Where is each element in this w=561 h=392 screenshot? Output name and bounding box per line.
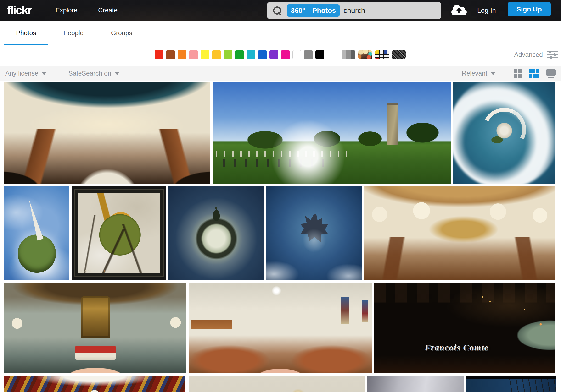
color-filter-blue[interactable] <box>258 50 267 59</box>
photo-little-planet-church-spire[interactable] <box>4 186 69 280</box>
photo-baroque-altar-panorama[interactable] <box>4 282 186 373</box>
sign-up-button[interactable]: Sign Up <box>508 2 551 17</box>
color-filter-black[interactable] <box>315 50 324 59</box>
search-scope-badge[interactable]: 360° Photos <box>287 4 340 17</box>
search-scope-photos: Photos <box>312 7 336 15</box>
photo-watermark: © PINOCHEIU <box>79 269 107 273</box>
photo-little-planet-in-clouds[interactable] <box>453 82 555 184</box>
color-filter-brown[interactable] <box>166 50 175 59</box>
color-filter-row <box>155 50 324 59</box>
color-filter-purple[interactable] <box>270 50 278 59</box>
color-filter-gold[interactable] <box>212 50 221 59</box>
photo-framed-blue-night-trees[interactable] <box>466 376 556 392</box>
upload-arrow-icon <box>456 8 462 10</box>
search-bar[interactable]: 360° Photos church <box>267 2 441 19</box>
style-filter-depth-of-field[interactable] <box>358 50 372 59</box>
color-filter-red[interactable] <box>155 50 163 59</box>
photo-cathedral-interior-teal-ceiling[interactable] <box>4 82 210 184</box>
nav-create[interactable]: Create <box>98 7 118 14</box>
active-tab-underline <box>4 43 48 45</box>
photo-church-interior-frescoes[interactable] <box>364 186 555 280</box>
toolbar-right-group: Relevant <box>462 69 556 78</box>
photo-watermark: Francois Comte <box>425 342 488 352</box>
view-grid-button[interactable] <box>514 69 522 78</box>
tab-people[interactable]: People <box>52 21 95 45</box>
photo-cloudy-gray-panorama[interactable] <box>367 376 464 392</box>
photo-white-ceiling-chandelier[interactable] <box>189 376 365 392</box>
flickr-logo[interactable]: flickr <box>7 3 32 17</box>
photo-night-city-fountain-panorama[interactable]: Francois Comte <box>374 282 555 373</box>
scope-divider <box>309 6 309 15</box>
style-filter-row <box>342 50 406 59</box>
photo-churchyard-graves-sunset[interactable] <box>213 82 451 184</box>
chevron-down-icon <box>491 72 496 75</box>
color-filter-yellow[interactable] <box>201 50 209 59</box>
view-justified-button[interactable] <box>529 69 539 78</box>
color-filter-lime[interactable] <box>224 50 232 59</box>
search-tabs: Photos People Groups <box>0 21 561 45</box>
color-filter-magenta[interactable] <box>281 50 290 59</box>
tab-groups[interactable]: Groups <box>99 21 144 45</box>
nav-explore[interactable]: Explore <box>55 7 77 14</box>
chevron-down-icon <box>42 72 46 75</box>
search-scope-360: 360° <box>291 7 305 15</box>
license-dropdown[interactable]: Any license <box>5 70 46 77</box>
style-filter-minimalist[interactable] <box>375 50 389 59</box>
top-navbar: flickr Explore Create 360° Photos church… <box>0 0 561 21</box>
sort-dropdown[interactable]: Relevant <box>462 70 496 77</box>
advanced-label: Advanced <box>514 51 543 59</box>
view-slideshow-button[interactable] <box>546 69 556 78</box>
sliders-icon <box>547 51 558 59</box>
color-filter-green[interactable] <box>235 50 244 59</box>
color-filter-teal[interactable] <box>247 50 255 59</box>
tab-photos[interactable]: Photos <box>4 21 48 45</box>
license-label: Any license <box>5 70 38 77</box>
color-filter-pink[interactable] <box>189 50 198 59</box>
sort-label: Relevant <box>462 70 487 77</box>
style-filter-pattern[interactable] <box>392 50 406 59</box>
log-in-link[interactable]: Log In <box>477 7 496 14</box>
safesearch-label: SafeSearch on <box>68 70 111 77</box>
advanced-filters[interactable]: Advanced <box>514 50 558 59</box>
chevron-down-icon <box>115 72 119 75</box>
style-filter-blackwhite[interactable] <box>342 50 356 59</box>
photo-framed-little-planet-winter[interactable]: © PINOCHEIU <box>72 186 166 280</box>
color-filter-white[interactable] <box>292 50 301 59</box>
photo-gothic-nave-pews-panorama[interactable] <box>189 282 372 373</box>
results-toolbar: Any license SafeSearch on Relevant <box>0 66 561 81</box>
search-input[interactable]: church <box>344 6 365 15</box>
photo-ornate-vaulted-ceiling[interactable] <box>4 376 185 392</box>
upload-cloud-icon[interactable] <box>451 5 467 16</box>
safesearch-dropdown[interactable]: SafeSearch on <box>68 70 119 77</box>
search-icon[interactable] <box>273 6 281 15</box>
photo-little-planet-cathedral-blue[interactable] <box>266 186 362 280</box>
photo-little-planet-night[interactable] <box>169 186 264 280</box>
color-filter-gray[interactable] <box>304 50 313 59</box>
color-filter-orange[interactable] <box>178 50 186 59</box>
